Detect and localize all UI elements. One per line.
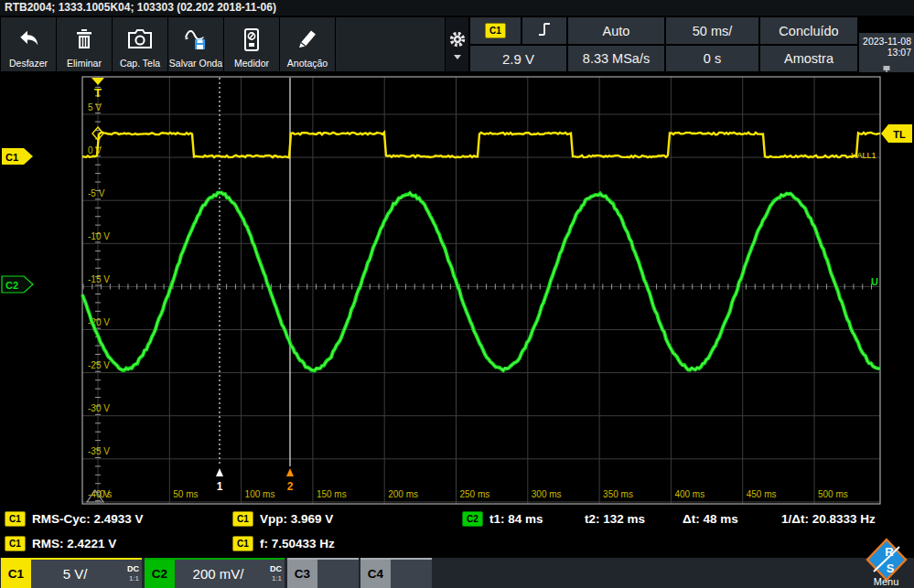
cursor-2-flag: 2 [287, 480, 294, 493]
trigger-source-badge: C1 [485, 23, 506, 38]
time-axis-label: 50 ms [173, 489, 198, 499]
save-waveform-label: Salvar Onda [169, 58, 222, 71]
time-text: 13:07 [859, 47, 911, 58]
cursor-inverse-delta-t-value: 1/Δt: 20.8333 Hz [781, 508, 876, 529]
channel-c3-badge: C3 [287, 560, 317, 588]
delete-label: Eliminar [67, 58, 102, 71]
menu-label: Menu [858, 576, 914, 587]
channel-c4-badge: C4 [360, 560, 391, 588]
time-axis-label: 150 ms [317, 489, 347, 499]
volt-axis-label: -10 V [88, 231, 110, 241]
channel-strip-c4[interactable]: C4 [360, 558, 432, 588]
channel-strip-c3[interactable]: C3 [287, 558, 359, 588]
c2-trace-label: U [871, 276, 878, 287]
trigger-level-cell[interactable]: 2.9 V [470, 46, 566, 71]
channel-strip-c1[interactable]: C1 5 V/ DC 1:1 [1, 558, 142, 588]
time-axis-label: 500 ms [818, 489, 848, 499]
scope-display-area[interactable]: 5 V0 V-5 V-10 V-15 V-20 V-25 V-30 V-35 V… [0, 72, 914, 506]
gear-icon [448, 30, 467, 52]
c2-marker-label: C2 [5, 280, 18, 291]
undo-label: Desfazer [9, 58, 48, 71]
instrument-id-text: RTB2004; 1333.1005K04; 103303 (02.202 20… [5, 1, 276, 14]
channel-bar: C1 5 V/ DC 1:1 C2 200 mV/ DC 1:1 C3 C4 [0, 558, 914, 588]
undo-button[interactable]: Desfazer [1, 17, 56, 71]
save-waveform-button[interactable]: Salvar Onda [168, 17, 223, 71]
screenshot-label: Cap. Tela [120, 58, 160, 71]
cursor-1-flag-arrow[interactable] [216, 468, 223, 476]
chevron-down-icon [454, 55, 461, 59]
top-band: Desfazer Eliminar Cap. Tela [0, 16, 914, 72]
channel-badge-c1: C1 [232, 511, 253, 527]
volt-axis-label: -25 V [88, 360, 110, 370]
volt-axis-label: 5 V [88, 102, 102, 112]
measurement-value: RMS: 2.4221 V [32, 537, 116, 551]
sample-rate-cell: 8.33 MSa/s [568, 46, 664, 71]
time-axis-label: 250 ms [460, 489, 490, 499]
volt-axis-label: -30 V [88, 403, 110, 413]
measurement-value: f: 7.50433 Hz [260, 537, 335, 551]
measurement-rms-cyc[interactable]: C1 RMS-Cyc: 2.4933 V [5, 508, 144, 529]
annotation-label: Anotação [287, 58, 328, 71]
time-axis-label: 200 ms [388, 489, 418, 499]
oscilloscope-screen: { "title_bar": { "text": "RTB2004; 1333.… [0, 0, 914, 588]
trigger-t-label: T [94, 86, 102, 100]
meter-button[interactable]: Medidor [224, 17, 279, 71]
screenshot-button[interactable]: Cap. Tela [113, 17, 167, 71]
date-text: 2023-11-08 [859, 36, 911, 47]
channel-strip-c2[interactable]: C2 200 mV/ DC 1:1 [145, 558, 285, 588]
cursor-delta-t-value: Δt: 48 ms [683, 508, 738, 529]
channel-c1-probe: 1:1 [119, 575, 139, 583]
measurement-value: RMS-Cyc: 2.4933 V [32, 512, 144, 526]
pencil-icon [296, 17, 318, 58]
cursor-1-flag: 1 [217, 480, 223, 493]
channel-badge-c1: C1 [5, 511, 26, 527]
horizontal-position-cell[interactable]: 0 s [666, 46, 758, 71]
measurement-frequency[interactable]: C1 f: 7.50433 Hz [232, 533, 335, 553]
settings-button[interactable] [446, 17, 468, 71]
time-axis-label: 350 ms [603, 489, 633, 499]
toolbar-empty-panel [336, 17, 445, 71]
channel-c1-coupling: DC [119, 565, 139, 573]
measurement-vpp[interactable]: C1 Vpp: 3.969 V [232, 508, 333, 529]
volt-axis-label: -5 V [88, 188, 105, 198]
cursor-2-flag-arrow[interactable] [286, 468, 294, 476]
c1-marker-label: C1 [5, 152, 18, 163]
channel-c1-scale: 5 V/ [31, 566, 119, 582]
time-axis-label: 0 s [100, 489, 112, 499]
time-axis-label: 100 ms [245, 489, 275, 499]
channel-c2-badge: C2 [145, 560, 175, 588]
trigger-slope-icon [538, 22, 551, 39]
trigger-position-marker[interactable] [91, 78, 104, 85]
time-axis-label: 450 ms [747, 489, 777, 499]
graticule-border [82, 77, 880, 504]
channel-badge-c2: C2 [462, 511, 483, 527]
trigger-mode-cell[interactable]: Auto [568, 17, 664, 44]
acquisition-mode-cell[interactable]: Amostra [760, 46, 857, 71]
trigger-source-cell[interactable]: C1 [470, 17, 521, 44]
svg-text:S: S [887, 561, 895, 575]
save-waveform-icon [184, 17, 208, 58]
acquisition-state-cell: Concluído [760, 17, 857, 44]
channel-c2-probe: 1:1 [262, 575, 282, 583]
cursor-t2-value: t2: 132 ms [585, 508, 645, 529]
annotation-button[interactable]: Anotação [280, 17, 335, 71]
channel-badge-c1: C1 [5, 536, 26, 551]
volt-axis-label: -35 V [88, 446, 110, 456]
delete-button[interactable]: Eliminar [57, 17, 112, 71]
channel-c2-scale: 200 mV/ [175, 566, 262, 582]
channel-c2-coupling: DC [262, 565, 282, 573]
cursor-t1-value: t1: 84 ms [489, 508, 543, 529]
undo-icon [16, 17, 40, 58]
measurement-rms[interactable]: C1 RMS: 2.4221 V [5, 533, 116, 553]
measurement-bar: C1 RMS-Cyc: 2.4933 V C1 Vpp: 3.969 V C1 … [0, 506, 914, 558]
scope-graticule[interactable]: 5 V0 V-5 V-10 V-15 V-20 V-25 V-30 V-35 V… [0, 72, 914, 506]
channel-c1-badge: C1 [1, 560, 31, 588]
meter-icon [243, 17, 260, 58]
menu-button[interactable]: R S Menu [858, 538, 914, 588]
timebase-cell[interactable]: 50 ms/ [666, 17, 758, 44]
waveform-c1-square [82, 133, 880, 157]
title-bar: RTB2004; 1333.1005K04; 103303 (02.202 20… [0, 0, 914, 16]
cursor-badge-item: C2 [462, 508, 483, 529]
c1-trace-label: HALL1 [851, 151, 876, 160]
trigger-slope-cell[interactable] [522, 17, 566, 44]
